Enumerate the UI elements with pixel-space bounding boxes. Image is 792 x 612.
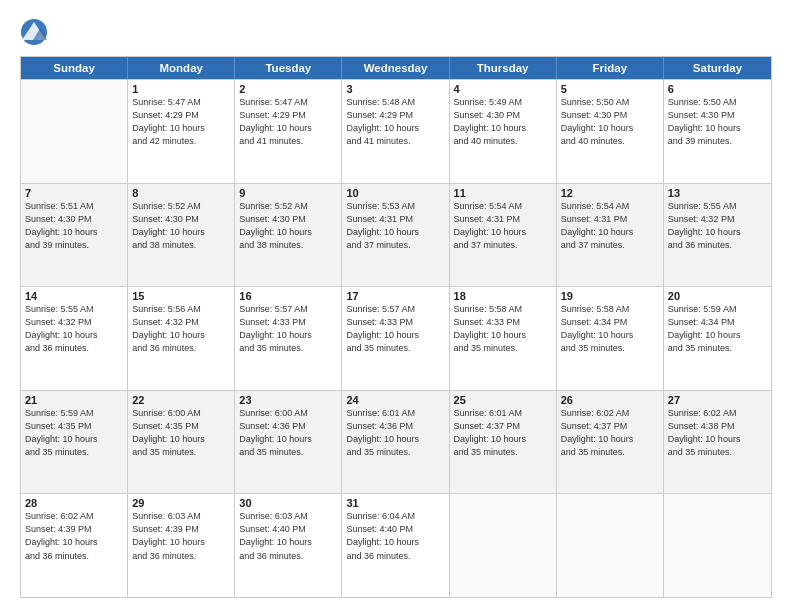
cell-day-number: 13 [668,187,767,199]
cell-day-number: 8 [132,187,230,199]
calendar-cell-empty-4-6 [664,494,771,597]
cell-info: Sunrise: 6:03 AM Sunset: 4:39 PM Dayligh… [132,510,230,562]
cell-info: Sunrise: 5:59 AM Sunset: 4:34 PM Dayligh… [668,303,767,355]
cell-day-number: 15 [132,290,230,302]
calendar-cell-18: 18Sunrise: 5:58 AM Sunset: 4:33 PM Dayli… [450,287,557,390]
calendar-cell-6: 6Sunrise: 5:50 AM Sunset: 4:30 PM Daylig… [664,80,771,183]
calendar: SundayMondayTuesdayWednesdayThursdayFrid… [20,56,772,598]
calendar-cell-4: 4Sunrise: 5:49 AM Sunset: 4:30 PM Daylig… [450,80,557,183]
cell-info: Sunrise: 5:59 AM Sunset: 4:35 PM Dayligh… [25,407,123,459]
cell-info: Sunrise: 6:03 AM Sunset: 4:40 PM Dayligh… [239,510,337,562]
cell-info: Sunrise: 5:50 AM Sunset: 4:30 PM Dayligh… [668,96,767,148]
calendar-cell-29: 29Sunrise: 6:03 AM Sunset: 4:39 PM Dayli… [128,494,235,597]
cell-info: Sunrise: 5:56 AM Sunset: 4:32 PM Dayligh… [132,303,230,355]
calendar-cell-28: 28Sunrise: 6:02 AM Sunset: 4:39 PM Dayli… [21,494,128,597]
header-day-sunday: Sunday [21,57,128,79]
calendar-cell-24: 24Sunrise: 6:01 AM Sunset: 4:36 PM Dayli… [342,391,449,494]
cell-day-number: 11 [454,187,552,199]
cell-info: Sunrise: 5:57 AM Sunset: 4:33 PM Dayligh… [239,303,337,355]
cell-day-number: 1 [132,83,230,95]
cell-day-number: 30 [239,497,337,509]
calendar-cell-1: 1Sunrise: 5:47 AM Sunset: 4:29 PM Daylig… [128,80,235,183]
calendar-cell-14: 14Sunrise: 5:55 AM Sunset: 4:32 PM Dayli… [21,287,128,390]
calendar-cell-27: 27Sunrise: 6:02 AM Sunset: 4:38 PM Dayli… [664,391,771,494]
calendar-cell-9: 9Sunrise: 5:52 AM Sunset: 4:30 PM Daylig… [235,184,342,287]
calendar-cell-31: 31Sunrise: 6:04 AM Sunset: 4:40 PM Dayli… [342,494,449,597]
header-day-monday: Monday [128,57,235,79]
cell-day-number: 28 [25,497,123,509]
cell-day-number: 29 [132,497,230,509]
cell-day-number: 7 [25,187,123,199]
calendar-row-4: 28Sunrise: 6:02 AM Sunset: 4:39 PM Dayli… [21,493,771,597]
header [20,18,772,46]
calendar-cell-5: 5Sunrise: 5:50 AM Sunset: 4:30 PM Daylig… [557,80,664,183]
cell-day-number: 18 [454,290,552,302]
cell-day-number: 23 [239,394,337,406]
cell-day-number: 26 [561,394,659,406]
cell-day-number: 16 [239,290,337,302]
cell-info: Sunrise: 5:55 AM Sunset: 4:32 PM Dayligh… [668,200,767,252]
cell-info: Sunrise: 5:49 AM Sunset: 4:30 PM Dayligh… [454,96,552,148]
cell-day-number: 25 [454,394,552,406]
calendar-cell-15: 15Sunrise: 5:56 AM Sunset: 4:32 PM Dayli… [128,287,235,390]
calendar-row-0: 1Sunrise: 5:47 AM Sunset: 4:29 PM Daylig… [21,79,771,183]
logo-icon [20,18,48,46]
calendar-cell-25: 25Sunrise: 6:01 AM Sunset: 4:37 PM Dayli… [450,391,557,494]
cell-day-number: 12 [561,187,659,199]
calendar-cell-21: 21Sunrise: 5:59 AM Sunset: 4:35 PM Dayli… [21,391,128,494]
cell-info: Sunrise: 5:55 AM Sunset: 4:32 PM Dayligh… [25,303,123,355]
cell-info: Sunrise: 5:51 AM Sunset: 4:30 PM Dayligh… [25,200,123,252]
cell-info: Sunrise: 6:01 AM Sunset: 4:36 PM Dayligh… [346,407,444,459]
calendar-cell-13: 13Sunrise: 5:55 AM Sunset: 4:32 PM Dayli… [664,184,771,287]
cell-day-number: 14 [25,290,123,302]
calendar-cell-12: 12Sunrise: 5:54 AM Sunset: 4:31 PM Dayli… [557,184,664,287]
calendar-row-1: 7Sunrise: 5:51 AM Sunset: 4:30 PM Daylig… [21,183,771,287]
cell-info: Sunrise: 5:48 AM Sunset: 4:29 PM Dayligh… [346,96,444,148]
cell-day-number: 6 [668,83,767,95]
cell-info: Sunrise: 5:52 AM Sunset: 4:30 PM Dayligh… [132,200,230,252]
calendar-cell-empty-0-0 [21,80,128,183]
calendar-cell-empty-4-4 [450,494,557,597]
calendar-cell-30: 30Sunrise: 6:03 AM Sunset: 4:40 PM Dayli… [235,494,342,597]
cell-info: Sunrise: 5:58 AM Sunset: 4:34 PM Dayligh… [561,303,659,355]
calendar-cell-20: 20Sunrise: 5:59 AM Sunset: 4:34 PM Dayli… [664,287,771,390]
header-day-thursday: Thursday [450,57,557,79]
calendar-body: 1Sunrise: 5:47 AM Sunset: 4:29 PM Daylig… [21,79,771,597]
calendar-cell-8: 8Sunrise: 5:52 AM Sunset: 4:30 PM Daylig… [128,184,235,287]
calendar-cell-23: 23Sunrise: 6:00 AM Sunset: 4:36 PM Dayli… [235,391,342,494]
page: SundayMondayTuesdayWednesdayThursdayFrid… [0,0,792,612]
cell-day-number: 5 [561,83,659,95]
header-day-friday: Friday [557,57,664,79]
cell-info: Sunrise: 6:02 AM Sunset: 4:39 PM Dayligh… [25,510,123,562]
cell-info: Sunrise: 5:47 AM Sunset: 4:29 PM Dayligh… [132,96,230,148]
cell-day-number: 4 [454,83,552,95]
header-day-tuesday: Tuesday [235,57,342,79]
cell-day-number: 22 [132,394,230,406]
calendar-cell-22: 22Sunrise: 6:00 AM Sunset: 4:35 PM Dayli… [128,391,235,494]
cell-day-number: 17 [346,290,444,302]
cell-day-number: 21 [25,394,123,406]
cell-info: Sunrise: 5:53 AM Sunset: 4:31 PM Dayligh… [346,200,444,252]
cell-info: Sunrise: 5:54 AM Sunset: 4:31 PM Dayligh… [561,200,659,252]
cell-day-number: 9 [239,187,337,199]
calendar-cell-2: 2Sunrise: 5:47 AM Sunset: 4:29 PM Daylig… [235,80,342,183]
calendar-cell-19: 19Sunrise: 5:58 AM Sunset: 4:34 PM Dayli… [557,287,664,390]
cell-info: Sunrise: 5:47 AM Sunset: 4:29 PM Dayligh… [239,96,337,148]
cell-info: Sunrise: 6:02 AM Sunset: 4:38 PM Dayligh… [668,407,767,459]
calendar-cell-17: 17Sunrise: 5:57 AM Sunset: 4:33 PM Dayli… [342,287,449,390]
cell-info: Sunrise: 5:54 AM Sunset: 4:31 PM Dayligh… [454,200,552,252]
calendar-cell-16: 16Sunrise: 5:57 AM Sunset: 4:33 PM Dayli… [235,287,342,390]
cell-info: Sunrise: 5:50 AM Sunset: 4:30 PM Dayligh… [561,96,659,148]
cell-day-number: 3 [346,83,444,95]
calendar-cell-11: 11Sunrise: 5:54 AM Sunset: 4:31 PM Dayli… [450,184,557,287]
calendar-row-3: 21Sunrise: 5:59 AM Sunset: 4:35 PM Dayli… [21,390,771,494]
cell-day-number: 2 [239,83,337,95]
cell-info: Sunrise: 5:58 AM Sunset: 4:33 PM Dayligh… [454,303,552,355]
cell-info: Sunrise: 6:01 AM Sunset: 4:37 PM Dayligh… [454,407,552,459]
logo [20,18,52,46]
cell-day-number: 20 [668,290,767,302]
cell-info: Sunrise: 6:02 AM Sunset: 4:37 PM Dayligh… [561,407,659,459]
cell-day-number: 19 [561,290,659,302]
header-day-wednesday: Wednesday [342,57,449,79]
header-day-saturday: Saturday [664,57,771,79]
